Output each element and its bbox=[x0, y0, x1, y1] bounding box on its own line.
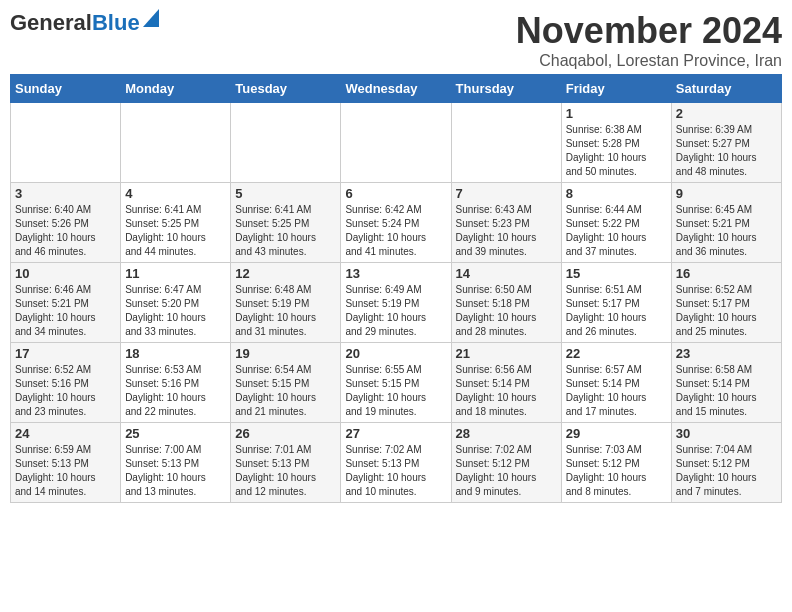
day-info: Sunrise: 6:48 AM Sunset: 5:19 PM Dayligh… bbox=[235, 283, 336, 339]
table-row: 26Sunrise: 7:01 AM Sunset: 5:13 PM Dayli… bbox=[231, 423, 341, 503]
table-row: 13Sunrise: 6:49 AM Sunset: 5:19 PM Dayli… bbox=[341, 263, 451, 343]
day-number: 13 bbox=[345, 266, 446, 281]
day-info: Sunrise: 6:47 AM Sunset: 5:20 PM Dayligh… bbox=[125, 283, 226, 339]
day-info: Sunrise: 6:59 AM Sunset: 5:13 PM Dayligh… bbox=[15, 443, 116, 499]
day-info: Sunrise: 6:57 AM Sunset: 5:14 PM Dayligh… bbox=[566, 363, 667, 419]
day-info: Sunrise: 6:54 AM Sunset: 5:15 PM Dayligh… bbox=[235, 363, 336, 419]
table-row: 23Sunrise: 6:58 AM Sunset: 5:14 PM Dayli… bbox=[671, 343, 781, 423]
day-number: 9 bbox=[676, 186, 777, 201]
table-row: 7Sunrise: 6:43 AM Sunset: 5:23 PM Daylig… bbox=[451, 183, 561, 263]
day-number: 16 bbox=[676, 266, 777, 281]
table-row: 5Sunrise: 6:41 AM Sunset: 5:25 PM Daylig… bbox=[231, 183, 341, 263]
day-number: 29 bbox=[566, 426, 667, 441]
day-number: 3 bbox=[15, 186, 116, 201]
table-row: 21Sunrise: 6:56 AM Sunset: 5:14 PM Dayli… bbox=[451, 343, 561, 423]
table-row: 12Sunrise: 6:48 AM Sunset: 5:19 PM Dayli… bbox=[231, 263, 341, 343]
day-info: Sunrise: 7:00 AM Sunset: 5:13 PM Dayligh… bbox=[125, 443, 226, 499]
day-number: 5 bbox=[235, 186, 336, 201]
table-row bbox=[121, 103, 231, 183]
day-info: Sunrise: 6:46 AM Sunset: 5:21 PM Dayligh… bbox=[15, 283, 116, 339]
day-number: 28 bbox=[456, 426, 557, 441]
day-info: Sunrise: 6:52 AM Sunset: 5:16 PM Dayligh… bbox=[15, 363, 116, 419]
day-number: 24 bbox=[15, 426, 116, 441]
day-number: 21 bbox=[456, 346, 557, 361]
day-number: 22 bbox=[566, 346, 667, 361]
day-info: Sunrise: 6:55 AM Sunset: 5:15 PM Dayligh… bbox=[345, 363, 446, 419]
table-row: 1Sunrise: 6:38 AM Sunset: 5:28 PM Daylig… bbox=[561, 103, 671, 183]
col-wednesday: Wednesday bbox=[341, 75, 451, 103]
day-info: Sunrise: 6:45 AM Sunset: 5:21 PM Dayligh… bbox=[676, 203, 777, 259]
day-number: 27 bbox=[345, 426, 446, 441]
table-row: 11Sunrise: 6:47 AM Sunset: 5:20 PM Dayli… bbox=[121, 263, 231, 343]
table-row: 20Sunrise: 6:55 AM Sunset: 5:15 PM Dayli… bbox=[341, 343, 451, 423]
table-row: 18Sunrise: 6:53 AM Sunset: 5:16 PM Dayli… bbox=[121, 343, 231, 423]
col-sunday: Sunday bbox=[11, 75, 121, 103]
table-row: 25Sunrise: 7:00 AM Sunset: 5:13 PM Dayli… bbox=[121, 423, 231, 503]
day-info: Sunrise: 6:41 AM Sunset: 5:25 PM Dayligh… bbox=[235, 203, 336, 259]
day-info: Sunrise: 6:44 AM Sunset: 5:22 PM Dayligh… bbox=[566, 203, 667, 259]
day-info: Sunrise: 6:40 AM Sunset: 5:26 PM Dayligh… bbox=[15, 203, 116, 259]
calendar-week-row: 24Sunrise: 6:59 AM Sunset: 5:13 PM Dayli… bbox=[11, 423, 782, 503]
table-row: 6Sunrise: 6:42 AM Sunset: 5:24 PM Daylig… bbox=[341, 183, 451, 263]
day-number: 11 bbox=[125, 266, 226, 281]
table-row: 24Sunrise: 6:59 AM Sunset: 5:13 PM Dayli… bbox=[11, 423, 121, 503]
day-info: Sunrise: 7:02 AM Sunset: 5:13 PM Dayligh… bbox=[345, 443, 446, 499]
day-info: Sunrise: 6:41 AM Sunset: 5:25 PM Dayligh… bbox=[125, 203, 226, 259]
table-row: 19Sunrise: 6:54 AM Sunset: 5:15 PM Dayli… bbox=[231, 343, 341, 423]
svg-marker-0 bbox=[143, 9, 159, 27]
day-info: Sunrise: 6:51 AM Sunset: 5:17 PM Dayligh… bbox=[566, 283, 667, 339]
day-info: Sunrise: 6:38 AM Sunset: 5:28 PM Dayligh… bbox=[566, 123, 667, 179]
day-number: 19 bbox=[235, 346, 336, 361]
day-number: 8 bbox=[566, 186, 667, 201]
calendar-week-row: 1Sunrise: 6:38 AM Sunset: 5:28 PM Daylig… bbox=[11, 103, 782, 183]
day-number: 12 bbox=[235, 266, 336, 281]
logo: General Blue bbox=[10, 10, 159, 36]
day-info: Sunrise: 7:01 AM Sunset: 5:13 PM Dayligh… bbox=[235, 443, 336, 499]
logo-icon bbox=[143, 9, 159, 27]
day-info: Sunrise: 7:03 AM Sunset: 5:12 PM Dayligh… bbox=[566, 443, 667, 499]
month-title: November 2024 bbox=[516, 10, 782, 52]
table-row bbox=[231, 103, 341, 183]
table-row: 15Sunrise: 6:51 AM Sunset: 5:17 PM Dayli… bbox=[561, 263, 671, 343]
table-row: 14Sunrise: 6:50 AM Sunset: 5:18 PM Dayli… bbox=[451, 263, 561, 343]
table-row: 2Sunrise: 6:39 AM Sunset: 5:27 PM Daylig… bbox=[671, 103, 781, 183]
day-info: Sunrise: 6:56 AM Sunset: 5:14 PM Dayligh… bbox=[456, 363, 557, 419]
table-row bbox=[11, 103, 121, 183]
table-row: 4Sunrise: 6:41 AM Sunset: 5:25 PM Daylig… bbox=[121, 183, 231, 263]
calendar-header-row: Sunday Monday Tuesday Wednesday Thursday… bbox=[11, 75, 782, 103]
day-number: 18 bbox=[125, 346, 226, 361]
day-number: 15 bbox=[566, 266, 667, 281]
page-header: General Blue November 2024 Chaqabol, Lor… bbox=[10, 10, 782, 70]
title-block: November 2024 Chaqabol, Lorestan Provinc… bbox=[516, 10, 782, 70]
day-number: 14 bbox=[456, 266, 557, 281]
day-info: Sunrise: 6:52 AM Sunset: 5:17 PM Dayligh… bbox=[676, 283, 777, 339]
day-number: 6 bbox=[345, 186, 446, 201]
day-info: Sunrise: 6:49 AM Sunset: 5:19 PM Dayligh… bbox=[345, 283, 446, 339]
day-number: 30 bbox=[676, 426, 777, 441]
table-row: 30Sunrise: 7:04 AM Sunset: 5:12 PM Dayli… bbox=[671, 423, 781, 503]
day-number: 25 bbox=[125, 426, 226, 441]
table-row bbox=[451, 103, 561, 183]
calendar-week-row: 17Sunrise: 6:52 AM Sunset: 5:16 PM Dayli… bbox=[11, 343, 782, 423]
day-number: 10 bbox=[15, 266, 116, 281]
day-number: 4 bbox=[125, 186, 226, 201]
day-number: 1 bbox=[566, 106, 667, 121]
day-number: 26 bbox=[235, 426, 336, 441]
day-number: 20 bbox=[345, 346, 446, 361]
col-monday: Monday bbox=[121, 75, 231, 103]
table-row bbox=[341, 103, 451, 183]
table-row: 8Sunrise: 6:44 AM Sunset: 5:22 PM Daylig… bbox=[561, 183, 671, 263]
day-info: Sunrise: 6:43 AM Sunset: 5:23 PM Dayligh… bbox=[456, 203, 557, 259]
table-row: 9Sunrise: 6:45 AM Sunset: 5:21 PM Daylig… bbox=[671, 183, 781, 263]
day-number: 23 bbox=[676, 346, 777, 361]
table-row: 17Sunrise: 6:52 AM Sunset: 5:16 PM Dayli… bbox=[11, 343, 121, 423]
location-subtitle: Chaqabol, Lorestan Province, Iran bbox=[516, 52, 782, 70]
day-number: 2 bbox=[676, 106, 777, 121]
day-info: Sunrise: 7:02 AM Sunset: 5:12 PM Dayligh… bbox=[456, 443, 557, 499]
calendar-table: Sunday Monday Tuesday Wednesday Thursday… bbox=[10, 74, 782, 503]
day-info: Sunrise: 6:50 AM Sunset: 5:18 PM Dayligh… bbox=[456, 283, 557, 339]
day-number: 7 bbox=[456, 186, 557, 201]
day-info: Sunrise: 6:39 AM Sunset: 5:27 PM Dayligh… bbox=[676, 123, 777, 179]
col-tuesday: Tuesday bbox=[231, 75, 341, 103]
day-info: Sunrise: 7:04 AM Sunset: 5:12 PM Dayligh… bbox=[676, 443, 777, 499]
